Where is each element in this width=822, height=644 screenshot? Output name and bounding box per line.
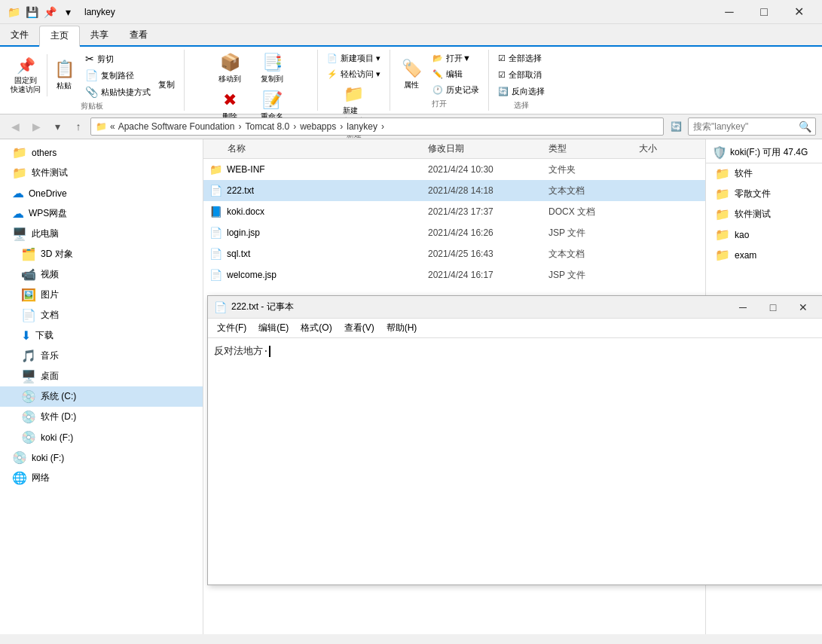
addr-tomcat[interactable]: Tomcat 8.0 bbox=[245, 121, 289, 132]
paste-button[interactable]: 📋 粘贴 bbox=[49, 58, 79, 93]
copy-path-icon: 📄 bbox=[85, 69, 98, 81]
back-button[interactable]: ◀ bbox=[6, 118, 24, 136]
file-row-222txt[interactable]: 📄 222.txt 2021/4/28 14:18 文本文档 bbox=[203, 180, 705, 201]
select-all-button[interactable]: ☑ 全部选择 bbox=[495, 51, 548, 66]
sidebar-item-desktop[interactable]: 🖥️ 桌面 bbox=[0, 366, 203, 386]
sidebar-item-others[interactable]: 📁 others bbox=[0, 142, 203, 163]
sidebar-item-c[interactable]: 💿 系统 (C:) bbox=[0, 386, 203, 407]
right-panel-item-software[interactable]: 📁 软件 bbox=[706, 163, 822, 184]
move-to-button[interactable]: 📦 移动到 bbox=[210, 51, 249, 86]
invert-label: 反向选择 bbox=[512, 86, 545, 97]
addr-webapps[interactable]: webapps bbox=[300, 121, 336, 132]
file-icon-welcomejsp: 📄 bbox=[209, 269, 222, 281]
notepad-menu-edit[interactable]: 编辑(E) bbox=[252, 320, 295, 336]
notepad-menu-format[interactable]: 格式(O) bbox=[295, 320, 338, 336]
sidebar-item-download[interactable]: ⬇ 下载 bbox=[0, 325, 203, 346]
addr-sep-1: › bbox=[238, 121, 241, 132]
pic-icon: 🖼️ bbox=[21, 288, 36, 302]
paste-shortcut-button[interactable]: 📎 粘贴快捷方式 bbox=[82, 84, 154, 99]
dropdown-arrow-title[interactable]: ▾ bbox=[60, 5, 75, 20]
copy-button[interactable]: 复制 bbox=[155, 78, 178, 92]
open-button[interactable]: 📂 打开▼ bbox=[429, 51, 482, 66]
sidebar-label-doc: 文档 bbox=[41, 309, 59, 322]
copy-to-button[interactable]: 📑 复制到 bbox=[252, 51, 292, 86]
notepad-maximize-btn[interactable]: □ bbox=[758, 296, 788, 319]
col-type[interactable]: 类型 bbox=[549, 142, 639, 155]
right-panel-item-scattered[interactable]: 📁 零散文件 bbox=[706, 184, 822, 204]
sidebar-item-video[interactable]: 📹 视频 bbox=[0, 264, 203, 285]
file-row-webinf[interactable]: 📁 WEB-INF 2021/4/24 10:30 文件夹 bbox=[203, 159, 705, 180]
forward-button[interactable]: ▶ bbox=[27, 118, 45, 136]
right-panel-item-swtest[interactable]: 📁 软件测试 bbox=[706, 204, 822, 224]
edit-button[interactable]: ✏️ 编辑 bbox=[429, 67, 482, 81]
folder-icon-title: 📁 bbox=[6, 5, 21, 20]
col-size[interactable]: 大小 bbox=[639, 142, 699, 155]
sidebar-item-f[interactable]: 💿 koki (F:) bbox=[0, 427, 203, 447]
right-panel-item-kao[interactable]: 📁 kao bbox=[706, 224, 822, 245]
address-bar[interactable]: 📁 « Apache Software Foundation › Tomcat … bbox=[90, 118, 664, 136]
refresh-button[interactable]: 🔄 bbox=[667, 118, 685, 136]
col-name[interactable]: 名称 bbox=[209, 142, 428, 155]
pin-quick-access-button[interactable]: 📌 固定到快速访问 bbox=[6, 55, 45, 96]
file-list-header: 名称 修改日期 类型 大小 bbox=[203, 139, 705, 159]
sidebar-label-video: 视频 bbox=[41, 268, 59, 281]
properties-label: 属性 bbox=[404, 80, 419, 90]
maximize-button[interactable]: □ bbox=[747, 0, 781, 24]
sidebar-item-f2[interactable]: 💿 koki (F:) bbox=[0, 447, 203, 468]
sidebar-label-c: 系统 (C:) bbox=[41, 390, 76, 403]
sidebar-item-3d[interactable]: 🗂️ 3D 对象 bbox=[0, 244, 203, 264]
history-button[interactable]: 🕐 历史记录 bbox=[429, 83, 482, 97]
file-row-sqltxt[interactable]: 📄 sql.txt 2021/4/25 16:43 文本文档 bbox=[203, 243, 705, 264]
close-button[interactable]: ✕ bbox=[781, 0, 816, 24]
notepad-minimize-btn[interactable]: ─ bbox=[728, 296, 758, 319]
copy-path-button[interactable]: 📄 复制路径 bbox=[82, 68, 154, 83]
sidebar-item-d[interactable]: 💿 软件 (D:) bbox=[0, 407, 203, 427]
sidebar-item-onedrive[interactable]: ☁ OneDrive bbox=[0, 183, 203, 203]
tab-share[interactable]: 共享 bbox=[80, 26, 119, 45]
up-button[interactable]: ↑ bbox=[69, 118, 87, 136]
sidebar-item-pic[interactable]: 🖼️ 图片 bbox=[0, 285, 203, 305]
sidebar-label-onedrive: OneDrive bbox=[29, 188, 67, 199]
file-row-welcomejsp[interactable]: 📄 welcome.jsp 2021/4/24 16:17 JSP 文件 bbox=[203, 264, 705, 285]
move-icon: 📦 bbox=[220, 53, 240, 72]
easy-access-button[interactable]: ⚡ 轻松访问 ▾ bbox=[324, 67, 383, 81]
file-row-loginjsp[interactable]: 📄 login.jsp 2021/4/24 16:26 JSP 文件 bbox=[203, 222, 705, 243]
properties-icon: 🏷️ bbox=[402, 59, 422, 78]
tab-view[interactable]: 查看 bbox=[119, 26, 158, 45]
right-panel-item-exam[interactable]: 📁 exam bbox=[706, 245, 822, 265]
file-type-kokidocx: DOCX 文档 bbox=[549, 206, 639, 218]
notepad-menu-help[interactable]: 帮助(H) bbox=[380, 320, 423, 336]
file-icon-loginjsp: 📄 bbox=[209, 227, 222, 239]
rp-label-kao: kao bbox=[735, 230, 749, 240]
new-item-button[interactable]: 📄 新建项目 ▾ bbox=[324, 51, 383, 66]
addr-lanykey[interactable]: lanykey bbox=[347, 121, 377, 132]
addr-apache[interactable]: Apache Software Foundation bbox=[118, 121, 235, 132]
desktop-icon: 🖥️ bbox=[21, 369, 36, 383]
file-type-222txt: 文本文档 bbox=[549, 185, 639, 197]
sidebar-item-software-test[interactable]: 📁 软件测试 bbox=[0, 163, 203, 183]
deselect-all-button[interactable]: ☑ 全部取消 bbox=[495, 68, 548, 82]
col-date[interactable]: 修改日期 bbox=[428, 142, 549, 155]
minimize-button[interactable]: ─ bbox=[712, 0, 747, 24]
tab-file[interactable]: 文件 bbox=[0, 26, 39, 45]
sidebar-item-doc[interactable]: 📄 文档 bbox=[0, 305, 203, 325]
search-input[interactable] bbox=[688, 118, 816, 136]
file-row-kokidocx[interactable]: 📘 koki.docx 2021/4/23 17:37 DOCX 文档 bbox=[203, 201, 705, 222]
sidebar-item-network[interactable]: 🌐 网络 bbox=[0, 468, 203, 488]
invert-selection-button[interactable]: 🔄 反向选择 bbox=[495, 84, 548, 99]
notepad-controls: ─ □ ✕ bbox=[728, 296, 818, 319]
notepad-content[interactable]: 反对法地方· bbox=[208, 338, 822, 584]
sidebar-item-thispc[interactable]: 🖥️ 此电脑 bbox=[0, 224, 203, 244]
sidebar-item-music[interactable]: 🎵 音乐 bbox=[0, 346, 203, 366]
sidebar-item-wps[interactable]: ☁ WPS网盘 bbox=[0, 203, 203, 224]
tab-home[interactable]: 主页 bbox=[39, 26, 80, 47]
sidebar-label-desktop: 桌面 bbox=[41, 370, 59, 383]
recent-button[interactable]: ▾ bbox=[48, 118, 66, 136]
notepad-menu-view[interactable]: 查看(V) bbox=[338, 320, 380, 336]
notepad-menu-file[interactable]: 文件(F) bbox=[211, 320, 252, 336]
properties-button[interactable]: 🏷️ 属性 bbox=[396, 57, 426, 92]
notepad-close-btn[interactable]: ✕ bbox=[788, 296, 818, 319]
cut-button[interactable]: ✂ 剪切 bbox=[82, 51, 154, 66]
select-all-label: 全部选择 bbox=[509, 53, 542, 64]
new-item-label: 新建项目 ▾ bbox=[341, 53, 380, 64]
